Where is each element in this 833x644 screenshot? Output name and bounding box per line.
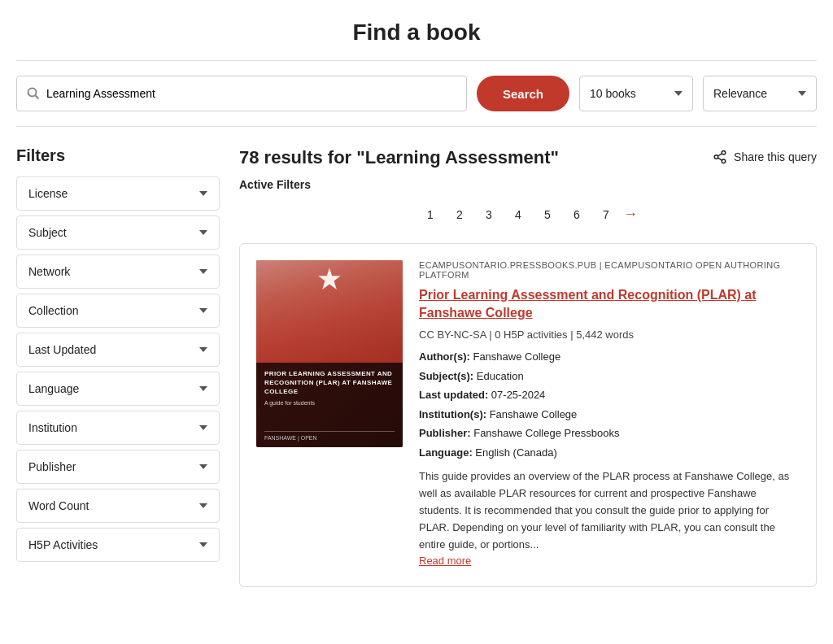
filters-title: Filters <box>16 146 220 165</box>
next-page-arrow[interactable]: → <box>623 206 638 223</box>
book-info: ECAMPUSONTARIO.PRESSBOOKS.PUB | ECAMPUSO… <box>419 260 800 571</box>
filter-h5p-activities[interactable]: H5P Activities <box>16 528 220 562</box>
chevron-down-icon <box>199 425 207 430</box>
filter-license[interactable]: License <box>16 176 220 211</box>
filters-sidebar: Filters License Subject Network Collecti… <box>16 146 220 587</box>
book-institution: Institution(s): Fanshawe College <box>419 407 800 423</box>
results-title: 78 results for "Learning Assessment" <box>239 146 559 170</box>
svg-line-1 <box>36 96 39 99</box>
sort-dropdown[interactable]: Relevance <box>703 76 817 111</box>
chevron-down-icon <box>199 269 207 274</box>
chevron-down-icon <box>199 503 207 508</box>
search-button[interactable]: Search <box>477 76 569 111</box>
page-3[interactable]: 3 <box>477 202 501 227</box>
filter-last-updated[interactable]: Last Updated <box>16 333 220 367</box>
page-5[interactable]: 5 <box>535 202 560 227</box>
chevron-down-icon <box>674 91 683 96</box>
filter-language[interactable]: Language <box>16 372 220 406</box>
book-meta-line: CC BY-NC-SA | 0 H5P activities | 5,442 w… <box>419 329 800 341</box>
book-description: This guide provides an overview of the P… <box>419 468 800 570</box>
page-6[interactable]: 6 <box>565 202 589 227</box>
book-title-link[interactable]: Prior Learning Assessment and Recognitio… <box>419 286 800 323</box>
book-publisher: Publisher: Fanshawe College Pressbooks <box>419 425 800 442</box>
fanshawe-logo <box>316 267 342 295</box>
svg-line-6 <box>717 154 722 156</box>
search-input-wrap: Learning Assessment <box>16 76 467 111</box>
chevron-down-icon <box>199 230 207 235</box>
filter-subject[interactable]: Subject <box>16 215 220 250</box>
svg-line-5 <box>717 158 722 160</box>
page-7[interactable]: 7 <box>594 202 618 227</box>
page-2[interactable]: 2 <box>447 202 472 227</box>
chevron-down-icon <box>199 347 207 352</box>
filter-collection[interactable]: Collection <box>16 294 220 328</box>
filter-institution[interactable]: Institution <box>16 411 220 445</box>
book-language: Language: English (Canada) <box>419 445 800 461</box>
chevron-down-icon <box>199 386 207 391</box>
svg-point-3 <box>714 155 718 159</box>
active-filters-label: Active Filters <box>239 178 817 191</box>
page-4[interactable]: 4 <box>506 202 530 227</box>
filter-network[interactable]: Network <box>16 255 220 289</box>
book-subject: Subject(s): Education <box>419 368 800 385</box>
page-1[interactable]: 1 <box>418 202 443 227</box>
share-query-button[interactable]: Share this query <box>713 146 817 168</box>
svg-point-4 <box>722 159 726 163</box>
pagination: 1 2 3 4 5 6 7 → <box>239 202 817 227</box>
cover-image: PRIOR LEARNING ASSESSMENT AND RECOGNITIO… <box>256 260 403 447</box>
read-more-link[interactable]: Read more <box>419 555 471 567</box>
results-area: 78 results for "Learning Assessment" Sha… <box>239 146 817 587</box>
search-input[interactable]: Learning Assessment <box>46 87 456 100</box>
filter-publisher[interactable]: Publisher <box>16 450 220 484</box>
book-cover: PRIOR LEARNING ASSESSMENT AND RECOGNITIO… <box>256 260 403 571</box>
filter-word-count[interactable]: Word Count <box>16 489 220 523</box>
chevron-down-icon <box>199 308 207 313</box>
svg-point-0 <box>28 89 37 97</box>
book-last-updated: Last updated: 07-25-2024 <box>419 387 800 403</box>
books-per-page-dropdown[interactable]: 10 books <box>579 76 693 111</box>
chevron-down-icon <box>798 91 806 96</box>
share-icon <box>713 150 727 164</box>
book-publisher-line: ECAMPUSONTARIO.PRESSBOOKS.PUB | ECAMPUSO… <box>419 260 800 280</box>
search-icon <box>27 87 40 100</box>
svg-marker-7 <box>318 268 340 289</box>
book-author: Author(s): Fanshawe College <box>419 349 800 365</box>
svg-point-2 <box>722 151 726 155</box>
chevron-down-icon <box>199 464 207 469</box>
chevron-down-icon <box>199 542 207 547</box>
book-card: PRIOR LEARNING ASSESSMENT AND RECOGNITIO… <box>239 243 817 588</box>
page-title: Find a book <box>16 20 817 46</box>
chevron-down-icon <box>199 191 207 196</box>
